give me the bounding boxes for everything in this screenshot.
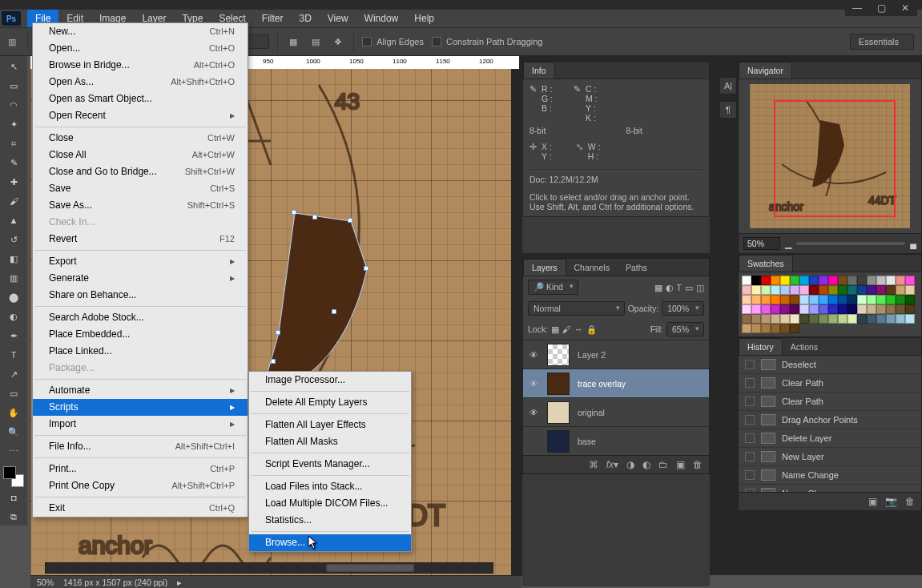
grid-icon[interactable]: ▦ [286, 34, 300, 49]
swatch[interactable] [828, 314, 838, 324]
swatch[interactable] [751, 276, 761, 285]
swatch[interactable] [819, 304, 828, 314]
swatch[interactable] [867, 295, 876, 304]
swatch[interactable] [819, 295, 828, 304]
blend-mode[interactable]: Normal [528, 301, 625, 316]
history-row[interactable]: Delete Layer [739, 429, 921, 448]
swatch[interactable] [857, 314, 867, 324]
swatch[interactable] [819, 276, 828, 285]
swatch[interactable] [799, 314, 809, 324]
character-panel-icon[interactable]: A| [719, 77, 737, 95]
swatch[interactable] [867, 314, 876, 324]
swatch[interactable] [876, 304, 886, 314]
swatch[interactable] [838, 295, 848, 304]
swatch[interactable] [896, 285, 905, 295]
swatch[interactable] [751, 324, 761, 333]
swatch[interactable] [828, 276, 838, 285]
window-minimize[interactable]: — [845, 0, 869, 16]
filter-type-icon[interactable]: T [677, 283, 682, 292]
swatch[interactable] [886, 314, 896, 324]
paragraph-panel-icon[interactable]: ¶ [719, 101, 737, 119]
navigator-thumb[interactable]: 44DT anchor [750, 84, 910, 228]
menubar-item-view[interactable]: View [320, 10, 356, 27]
history-row[interactable]: Clear Path [739, 393, 921, 411]
swatch[interactable] [838, 314, 848, 324]
swatch[interactable] [809, 276, 819, 285]
swatch[interactable] [780, 324, 790, 333]
menu-item[interactable]: Open As...Alt+Shift+Ctrl+O [33, 74, 248, 91]
menu-item[interactable]: Open...Ctrl+O [33, 40, 248, 57]
swatch[interactable] [828, 285, 838, 295]
tab-info[interactable]: Info [523, 62, 555, 79]
swatch[interactable] [848, 276, 857, 285]
menubar-item-window[interactable]: Window [356, 10, 407, 27]
swatch[interactable] [761, 285, 771, 295]
menu-item[interactable]: Delete All Empty Layers [249, 394, 411, 411]
swatch[interactable] [790, 276, 799, 285]
color-swatch[interactable] [3, 466, 24, 487]
tab-paths[interactable]: Paths [618, 260, 655, 276]
menu-item[interactable]: Flatten All Layer Effects [249, 417, 411, 433]
swatch[interactable] [857, 295, 867, 304]
history-row[interactable]: New Layer [739, 448, 921, 466]
swatch[interactable] [771, 295, 780, 304]
swatch[interactable] [761, 295, 771, 304]
menu-item[interactable]: Export [33, 253, 248, 270]
shape-tool-icon[interactable]: ▭ [3, 385, 24, 402]
quickmask-icon[interactable]: ◘ [3, 489, 24, 506]
swatch[interactable] [896, 295, 905, 304]
swatch[interactable] [742, 324, 751, 333]
swatch[interactable] [896, 304, 905, 314]
lasso-tool-icon[interactable]: ◠ [3, 96, 24, 114]
swatch[interactable] [876, 285, 886, 295]
delete-layer-icon[interactable]: 🗑 [693, 459, 703, 470]
menu-item[interactable]: Automate [33, 382, 248, 399]
swatch[interactable] [867, 285, 876, 295]
swatch[interactable] [867, 276, 876, 285]
crop-tool-icon[interactable]: ⌗ [3, 135, 24, 152]
history-row[interactable]: Clear Path [739, 374, 921, 393]
brush-tool-icon[interactable]: 🖌 [3, 192, 24, 210]
swatch[interactable] [742, 285, 751, 295]
lock-paint-icon[interactable]: 🖌 [562, 324, 571, 334]
swatch[interactable] [809, 304, 819, 314]
fx-icon[interactable]: fx▾ [606, 459, 618, 470]
swatch[interactable] [790, 324, 799, 333]
type-tool-icon[interactable]: T [3, 346, 24, 364]
lock-all-icon[interactable]: 🔒 [586, 324, 597, 335]
swatch[interactable] [799, 295, 809, 304]
swatch[interactable] [761, 324, 771, 333]
swatch[interactable] [857, 285, 867, 295]
group-icon[interactable]: 🗀 [658, 459, 668, 470]
layer-row[interactable]: 👁 Layer 2 [523, 340, 709, 369]
swatch[interactable] [857, 276, 867, 285]
visibility-icon[interactable]: 👁 [528, 379, 539, 389]
menu-item[interactable]: Image Processor... [249, 372, 411, 389]
swatch[interactable] [790, 295, 799, 304]
swatch[interactable] [771, 276, 780, 285]
move-tool-icon[interactable]: ↖ [3, 58, 24, 75]
marquee-tool-icon[interactable]: ▭ [3, 77, 24, 95]
swatch[interactable] [857, 304, 867, 314]
window-maximize[interactable]: ▢ [869, 0, 893, 16]
swatch[interactable] [751, 285, 761, 295]
menu-item[interactable]: Place Linked... [33, 343, 248, 360]
path-select-tool-icon[interactable]: ↗ [3, 365, 24, 383]
swatch[interactable] [828, 304, 838, 314]
snapshot-icon[interactable]: 📷 [885, 496, 897, 507]
menu-item[interactable]: Close and Go to Bridge...Shift+Ctrl+W [33, 163, 248, 180]
tool-preset-icon[interactable]: ▥ [5, 34, 19, 49]
swatch[interactable] [799, 276, 809, 285]
swatch[interactable] [876, 295, 886, 304]
menu-item[interactable]: Browse in Bridge...Alt+Ctrl+O [33, 57, 248, 74]
swatch[interactable] [790, 314, 799, 324]
menu-item[interactable]: Print...Ctrl+P [33, 461, 248, 477]
lock-trans-icon[interactable]: ▦ [551, 324, 559, 334]
menu-item[interactable]: Browse... [249, 534, 411, 551]
new-doc-from-state-icon[interactable]: ▣ [868, 496, 877, 507]
layer-row[interactable]: 👁 trace overlay [523, 369, 709, 397]
h-scrollbar[interactable] [45, 562, 493, 574]
hand-tool-icon[interactable]: ✋ [3, 404, 24, 421]
menu-item[interactable]: Place Embedded... [33, 326, 248, 343]
history-row[interactable]: Deselect [739, 356, 921, 374]
